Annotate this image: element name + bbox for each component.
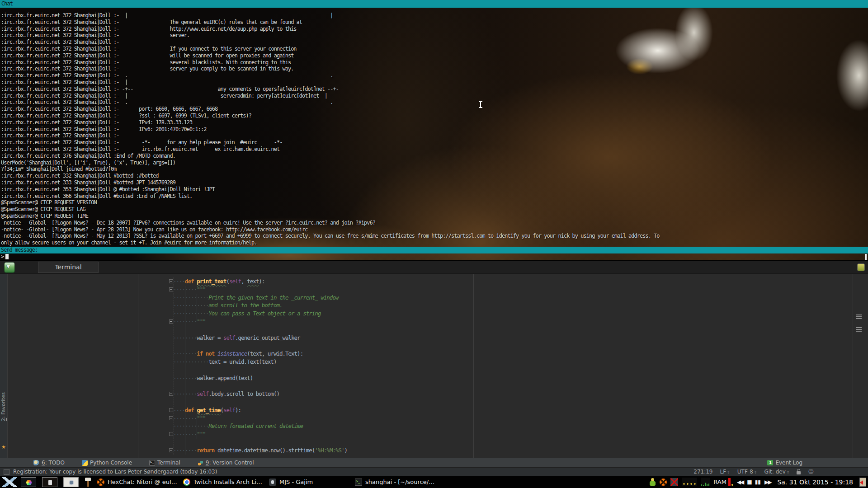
- toolwindow-version-control[interactable]: 9: Version Control: [198, 460, 254, 466]
- terminal-tab[interactable]: Terminal: [38, 262, 99, 273]
- chat-line: :irc.rbx.fr.euirc.net 372 Shanghai|Doll …: [1, 66, 660, 72]
- chat-line: :irc.rbx.fr.euirc.net 372 Shanghai|Doll …: [1, 99, 660, 106]
- hexchat-icon: [97, 479, 104, 486]
- encoding-selector[interactable]: UTF-8: [737, 469, 757, 475]
- gajim-status-icon[interactable]: [649, 478, 656, 486]
- mic-muted-icon[interactable]: [670, 478, 678, 486]
- windowbar-corner-icon[interactable]: [857, 263, 865, 271]
- code-line: [173, 326, 347, 334]
- taskbar-window-gajim[interactable]: MJS - Gajim: [269, 479, 351, 486]
- fold-marker-icon[interactable]: [169, 448, 173, 452]
- registration-text: Registration: Your copy is licensed to L…: [13, 469, 217, 475]
- line-separator-selector[interactable]: LF: [720, 469, 730, 475]
- caret-position[interactable]: 271:19: [693, 469, 712, 475]
- taskbar-window-shanghai[interactable]: shanghai - [~/source/git/...: [355, 479, 437, 486]
- code-line: ········""": [173, 318, 347, 326]
- fold-marker-icon[interactable]: [169, 279, 173, 283]
- vcs-branch-selector[interactable]: Git: dev: [764, 469, 789, 475]
- system-monitor-widget[interactable]: [682, 478, 697, 486]
- toolwindow-event-log[interactable]: 1 Event Log: [767, 460, 802, 466]
- code-line: ········return datetime.datetime.now().s…: [173, 446, 347, 455]
- hector-inspector-icon[interactable]: [808, 469, 814, 474]
- desktop: Chat :irc.rbx.fr.euirc.net 372 Shanghai|…: [0, 0, 868, 488]
- toolwindow-terminal[interactable]: Terminal: [149, 460, 180, 466]
- mouse-cursor-ibeam: [478, 101, 483, 108]
- chat-line: :irc.rbx.fr.euirc.net 333 Shanghai|Doll …: [1, 179, 660, 186]
- code-line: ········walker.append(text): [173, 374, 347, 382]
- chat-line: -notice- -Global- [?Logon News? - Dec 18…: [1, 220, 660, 226]
- panel-divider-left[interactable]: [138, 274, 138, 458]
- media-stop-icon[interactable]: [747, 479, 751, 485]
- version-control-icon: [198, 460, 203, 466]
- media-pause-icon[interactable]: [755, 479, 761, 485]
- toolwindow-todo[interactable]: 6: TODO: [33, 460, 65, 466]
- message-input[interactable]: >: [1, 253, 9, 260]
- chat-window[interactable]: :irc.rbx.fr.euirc.net 372 Shanghai|Doll …: [0, 8, 868, 260]
- media-next-icon[interactable]: [764, 479, 771, 485]
- chat-line: :irc.rbx.fr.euirc.net 372 Shanghai|Doll …: [1, 93, 660, 99]
- chat-line: @SpamScanner@ CTCP REQUEST LAG: [1, 206, 660, 213]
- ram-dot: [731, 484, 733, 486]
- chat-line: @SpamScanner@ CTCP REQUEST VERSION: [1, 199, 660, 206]
- chat-line: :irc.rbx.fr.euirc.net 353 Shanghai|Doll …: [1, 186, 660, 193]
- wm-logo-icon[interactable]: [2, 477, 17, 487]
- network-graph-widget[interactable]: [701, 478, 710, 486]
- fold-marker-icon[interactable]: [169, 416, 173, 420]
- terminal-group-icon[interactable]: [4, 262, 15, 273]
- chat-line: :irc.rbx.fr.euirc.net 372 Shanghai|Doll …: [1, 79, 660, 86]
- fold-marker-icon[interactable]: [169, 432, 173, 436]
- ide-window: 2: Favorites ····def print_text(self, te…: [0, 273, 868, 458]
- chat-line: :irc.rbx.fr.euirc.net 372 Shanghai|Doll …: [1, 59, 660, 66]
- system-tray: RAM Sa. 31 Okt 2015 - 19:18: [649, 478, 866, 487]
- code-line: ········if not isinstance(text, urwid.Te…: [173, 350, 347, 358]
- chat-line: :irc.rbx.fr.euirc.net 332 Shanghai|Doll …: [1, 173, 660, 179]
- sidebar-item-favorites[interactable]: 2: Favorites: [0, 392, 6, 421]
- favorites-star-icon: [1, 444, 6, 450]
- paintbrush-icon[interactable]: [85, 477, 92, 487]
- chat-line: :irc.rbx.fr.euirc.net 372 Shanghai|Doll …: [1, 32, 660, 39]
- hamburger-icon[interactable]: [856, 327, 862, 332]
- logout-door-icon[interactable]: [859, 478, 866, 487]
- code-line: ············and scroll to the bottom.: [173, 301, 347, 310]
- chat-line: -notice- -Global- [?Logon News? - Apr 28…: [1, 226, 660, 233]
- fold-marker-icon[interactable]: [169, 319, 173, 324]
- taskbar-clock[interactable]: Sa. 31 Okt 2015 - 19:18: [777, 479, 853, 486]
- chat-line: :irc.rbx.fr.euirc.net 372 Shanghai|Doll …: [1, 119, 660, 126]
- launcher-icon-2[interactable]: [42, 477, 57, 487]
- hexchat-tray-icon[interactable]: [660, 479, 667, 486]
- code-line: ····def print_text(self, text):: [173, 277, 347, 286]
- chat-line: :irc.rbx.fr.euirc.net 372 Shanghai|Doll …: [1, 72, 660, 79]
- chat-line: :irc.rbx.fr.euirc.net 372 Shanghai|Doll …: [1, 39, 660, 46]
- chat-line: UserMode('Shanghai|Doll', [('i', True), …: [1, 160, 660, 166]
- fold-marker-icon[interactable]: [169, 287, 173, 291]
- launcher-pycharm-icon[interactable]: [21, 477, 36, 487]
- code-line: ············Return formated current date…: [173, 422, 347, 430]
- panel-divider-stripe: [853, 274, 853, 458]
- ide-status-bar: Registration: Your copy is licensed to L…: [0, 467, 868, 476]
- chat-window-titlebar[interactable]: Chat: [0, 0, 868, 8]
- chat-line: :irc.rbx.fr.euirc.net 372 Shanghai|Doll …: [1, 12, 660, 19]
- code-line: ········self.body.scroll_to_bottom(): [173, 390, 347, 398]
- code-line: [173, 382, 347, 390]
- chat-line: :irc.rbx.fr.euirc.net 372 Shanghai|Doll …: [1, 126, 660, 133]
- chat-line: :irc.rbx.fr.euirc.net 372 Shanghai|Doll …: [1, 146, 660, 153]
- ram-usage-bar: [728, 478, 731, 486]
- chat-line: @SpamScanner@ CTCP REQUEST TIME: [1, 213, 660, 220]
- taskbar-window-twitch[interactable]: Twitch Installs Arch Linux ...: [183, 479, 265, 486]
- launcher-icon-3[interactable]: [63, 477, 79, 487]
- lock-icon[interactable]: [797, 471, 801, 474]
- toolwindow-python-console[interactable]: Python Console: [82, 460, 132, 466]
- left-toolwindow-stripe: [0, 274, 8, 458]
- panel-divider-right[interactable]: [473, 274, 474, 458]
- hamburger-icon[interactable]: [856, 314, 862, 319]
- chat-scrollbar[interactable]: [865, 254, 867, 260]
- chat-line: :irc.rbx.fr.euirc.net 372 Shanghai|Doll …: [1, 86, 660, 93]
- fold-marker-icon[interactable]: [169, 392, 173, 396]
- chrome-icon: [183, 479, 190, 486]
- code-editor[interactable]: ····def print_text(self, text):········"…: [173, 277, 347, 455]
- fold-marker-icon[interactable]: [169, 408, 173, 412]
- chat-line: :irc.rbx.fr.euirc.net 372 Shanghai|Doll …: [1, 46, 660, 52]
- media-previous-icon[interactable]: [737, 479, 743, 485]
- chat-line: :irc.rbx.fr.euirc.net 372 Shanghai|Doll …: [1, 113, 660, 119]
- taskbar-window-hexchat[interactable]: HexChat: Nitori @ euIRC ...: [97, 479, 179, 486]
